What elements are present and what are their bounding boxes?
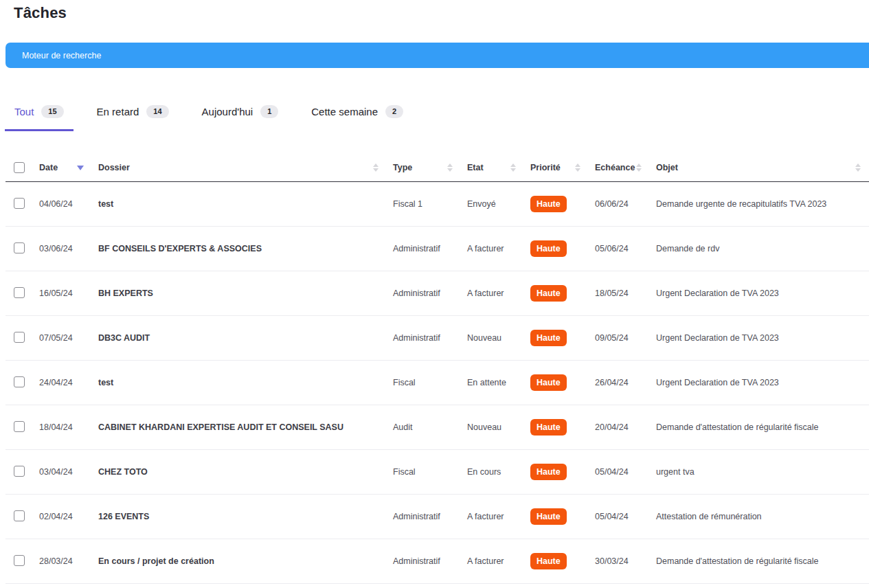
row-echeance: 26/04/24 (589, 378, 650, 387)
row-objet: Demande d'attestation de régularité fisc… (650, 556, 869, 566)
table-row[interactable]: 16/05/24 BH EXPERTS Administratif A fact… (5, 271, 869, 316)
row-date: 07/05/24 (33, 333, 92, 343)
row-objet: Demande de rdv (650, 244, 869, 253)
sort-icon[interactable] (510, 163, 516, 172)
tab-count-badge: 2 (385, 105, 403, 118)
row-checkbox-cell (5, 376, 33, 389)
column-header-date[interactable]: Date (33, 163, 92, 172)
column-header-dossier[interactable]: Dossier (92, 163, 387, 172)
row-echeance: 05/06/24 (589, 244, 650, 253)
sort-icon[interactable] (855, 163, 861, 172)
priority-badge: Haute (530, 330, 567, 347)
priority-badge: Haute (530, 240, 567, 258)
table-row[interactable]: 03/04/24 CHEZ TOTO Fiscal En cours Haute… (5, 450, 869, 495)
column-label: Date (39, 163, 58, 172)
row-etat: En attente (461, 378, 524, 387)
row-checkbox-cell (5, 555, 33, 568)
table-row[interactable]: 24/04/24 test Fiscal En attente Haute 26… (5, 361, 869, 405)
row-priorite-cell: Haute (524, 553, 589, 570)
row-date: 16/05/24 (33, 289, 92, 298)
tab-tout[interactable]: Tout 15 (5, 102, 74, 131)
row-priorite-cell: Haute (524, 240, 589, 258)
row-date: 02/04/24 (33, 512, 92, 521)
tab-label: Tout (14, 106, 34, 117)
tab-count-badge: 14 (146, 105, 168, 118)
table-row[interactable]: 07/05/24 DB3C AUDIT Administratif Nouvea… (5, 316, 869, 361)
row-priorite-cell: Haute (524, 285, 589, 302)
tasks-table: Date Dossier Type Etat Priorité Echéance (5, 162, 869, 584)
row-checkbox[interactable] (14, 555, 25, 566)
row-date: 28/03/24 (33, 556, 92, 566)
column-header-priorite[interactable]: Priorité (524, 163, 589, 172)
filter-tabs: Tout 15 En retard 14 Aujourd'hui 1 Cette… (5, 102, 427, 131)
row-echeance: 05/04/24 (589, 512, 650, 521)
row-type: Audit (387, 422, 461, 432)
row-checkbox[interactable] (14, 376, 25, 387)
priority-badge: Haute (530, 464, 567, 481)
row-priorite-cell: Haute (524, 419, 589, 436)
row-priorite-cell: Haute (524, 196, 589, 213)
table-row[interactable]: 28/03/24 En cours / projet de création A… (5, 539, 869, 584)
tab-aujourdhui[interactable]: Aujourd'hui 1 (192, 102, 289, 131)
column-header-type[interactable]: Type (387, 163, 461, 172)
row-checkbox-cell (5, 287, 33, 300)
row-type: Administratif (387, 333, 461, 343)
row-checkbox[interactable] (14, 466, 25, 477)
table-header: Date Dossier Type Etat Priorité Echéance (5, 162, 869, 182)
tasks-page: Tâches Moteur de recherche Tout 15 En re… (0, 0, 869, 588)
sort-icon[interactable] (575, 163, 580, 172)
row-echeance: 06/06/24 (589, 199, 650, 209)
row-dossier: BF CONSEILS D'EXPERTS & ASSOCIES (92, 244, 387, 253)
row-dossier: CABINET KHARDANI EXPERTISE AUDIT ET CONS… (92, 422, 387, 432)
row-objet: Urgent Declaration de TVA 2023 (650, 333, 869, 343)
table-body: 04/06/24 test Fiscal 1 Envoyé Haute 06/0… (5, 182, 869, 584)
row-checkbox[interactable] (14, 198, 25, 209)
tab-cette-semaine[interactable]: Cette semaine 2 (302, 102, 413, 131)
row-type: Fiscal (387, 378, 461, 387)
row-dossier: 126 EVENTS (92, 512, 387, 521)
tab-count-badge: 15 (41, 105, 63, 118)
row-priorite-cell: Haute (524, 464, 589, 481)
row-priorite-cell: Haute (524, 330, 589, 347)
row-checkbox-cell (5, 242, 33, 256)
row-objet: Urgent Declaration de TVA 2023 (650, 378, 869, 387)
column-header-etat[interactable]: Etat (461, 163, 524, 172)
row-checkbox[interactable] (14, 287, 25, 298)
table-row[interactable]: 02/04/24 126 EVENTS Administratif A fact… (5, 495, 869, 539)
row-type: Fiscal (387, 467, 461, 477)
tab-count-badge: 1 (260, 105, 278, 118)
search-engine-bar[interactable]: Moteur de recherche (5, 43, 869, 68)
row-objet: Attestation de rémunération (650, 512, 869, 521)
tab-label: En retard (97, 106, 139, 117)
row-checkbox[interactable] (14, 332, 25, 343)
row-type: Administratif (387, 512, 461, 521)
page-title: Tâches (14, 4, 67, 22)
column-label: Etat (467, 163, 484, 172)
table-row[interactable]: 18/04/24 CABINET KHARDANI EXPERTISE AUDI… (5, 405, 869, 450)
table-row[interactable]: 04/06/24 test Fiscal 1 Envoyé Haute 06/0… (5, 182, 869, 227)
row-checkbox[interactable] (14, 242, 25, 253)
row-dossier: DB3C AUDIT (92, 333, 387, 343)
row-checkbox-cell (5, 510, 33, 523)
sort-desc-icon[interactable] (77, 166, 84, 170)
sort-icon[interactable] (636, 163, 642, 172)
table-row[interactable]: 03/06/24 BF CONSEILS D'EXPERTS & ASSOCIE… (5, 227, 869, 271)
row-checkbox[interactable] (14, 510, 25, 521)
row-date: 18/04/24 (33, 422, 92, 432)
tab-en-retard[interactable]: En retard 14 (87, 102, 179, 131)
select-all-checkbox[interactable] (14, 162, 25, 173)
sort-icon[interactable] (447, 163, 453, 172)
row-echeance: 20/04/24 (589, 422, 650, 432)
row-checkbox[interactable] (14, 421, 25, 432)
row-date: 24/04/24 (33, 378, 92, 387)
column-header-echeance[interactable]: Echéance (589, 163, 650, 172)
row-etat: A facturer (461, 512, 524, 521)
row-dossier: BH EXPERTS (92, 289, 387, 298)
sort-icon[interactable] (373, 163, 379, 172)
tab-label: Aujourd'hui (202, 106, 253, 117)
column-header-objet[interactable]: Objet (650, 163, 869, 172)
row-echeance: 18/05/24 (589, 289, 650, 298)
column-label: Echéance (595, 163, 635, 172)
column-label: Priorité (530, 163, 561, 172)
row-etat: A facturer (461, 244, 524, 253)
